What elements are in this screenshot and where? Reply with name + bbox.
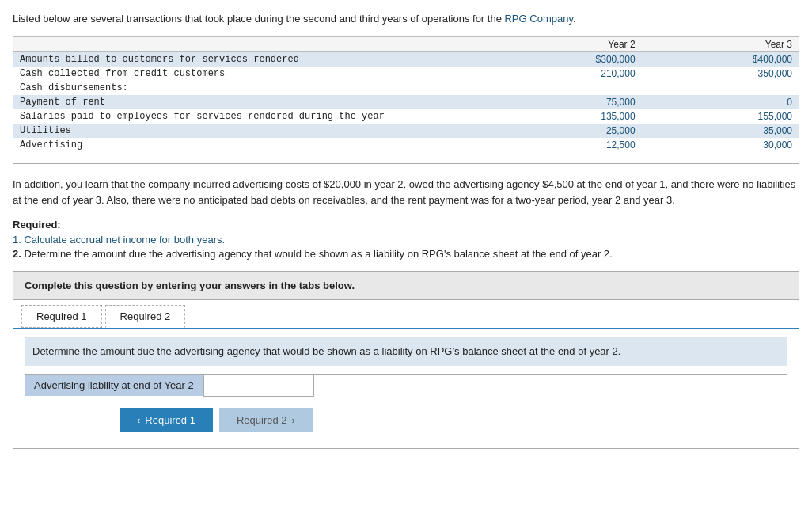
tab-description: Determine the amount due the advertising…: [25, 337, 787, 366]
answer-input[interactable]: [203, 375, 314, 397]
table-row-year3-2: [642, 81, 799, 95]
year2-header: Year 2: [484, 37, 641, 52]
tabs-area: Required 1 Required 2 Determine the amou…: [13, 300, 799, 449]
table-row-label-0: Amounts billed to customers for services…: [13, 52, 484, 67]
table-row-label-3: Payment of rent: [13, 95, 484, 109]
chevron-right-icon: ›: [292, 414, 295, 426]
table-row-year2-1: 210,000: [484, 67, 641, 81]
table-row-label-6: Advertising: [13, 138, 484, 152]
table-row-year2-5: 25,000: [484, 124, 641, 138]
nav-buttons: ‹ Required 1 Required 2 ›: [25, 408, 787, 440]
table-row-label-2: Cash disbursements:: [13, 81, 484, 95]
data-table-wrapper: Year 2 Year 3 Amounts billed to customer…: [13, 36, 799, 164]
table-row-year2-2: [484, 81, 641, 95]
table-row-year2-4: 135,000: [484, 109, 641, 124]
required-item-1: 1. Calculate accrual net income for both…: [13, 234, 799, 246]
tab-content: Determine the amount due the advertising…: [13, 329, 799, 448]
table-row-year2-6: 12,500: [484, 138, 641, 152]
required-item-2: 2. Determine the amount due the advertis…: [13, 248, 799, 260]
additional-paragraph: In addition, you learn that the company …: [13, 177, 799, 208]
table-row-label-5: Utilities: [13, 124, 484, 138]
table-row-year3-5: 35,000: [642, 124, 799, 138]
question-box: Complete this question by entering your …: [13, 271, 799, 300]
intro-paragraph: Listed below are several transactions th…: [13, 13, 799, 25]
required-section: Required: 1. Calculate accrual net incom…: [13, 219, 799, 260]
table-row-label-1: Cash collected from credit customers: [13, 67, 484, 81]
table-row-year3-6: 30,000: [642, 138, 799, 152]
answer-row: Advertising liability at end of Year 2: [25, 374, 787, 397]
table-row-year3-4: 155,000: [642, 109, 799, 124]
table-row-year2-3: 75,000: [484, 95, 641, 109]
chevron-left-icon: ‹: [137, 414, 140, 426]
transactions-table: Year 2 Year 3 Amounts billed to customer…: [13, 36, 799, 152]
tab-required1[interactable]: Required 1: [21, 305, 102, 328]
table-row-label-4: Salaries paid to employees for services …: [13, 109, 484, 124]
required2-button[interactable]: Required 2 ›: [219, 408, 313, 432]
table-row-year3-1: 350,000: [642, 67, 799, 81]
table-row-year3-0: $400,000: [642, 52, 799, 67]
required-title: Required:: [13, 219, 799, 230]
answer-label: Advertising liability at end of Year 2: [25, 375, 203, 396]
year3-header: Year 3: [642, 37, 799, 52]
table-row-year3-3: 0: [642, 95, 799, 109]
required1-button[interactable]: ‹ Required 1: [120, 408, 213, 432]
tabs-row: Required 1 Required 2: [13, 300, 799, 329]
table-row-year2-0: $300,000: [484, 52, 641, 67]
tab-required2[interactable]: Required 2: [105, 305, 186, 328]
